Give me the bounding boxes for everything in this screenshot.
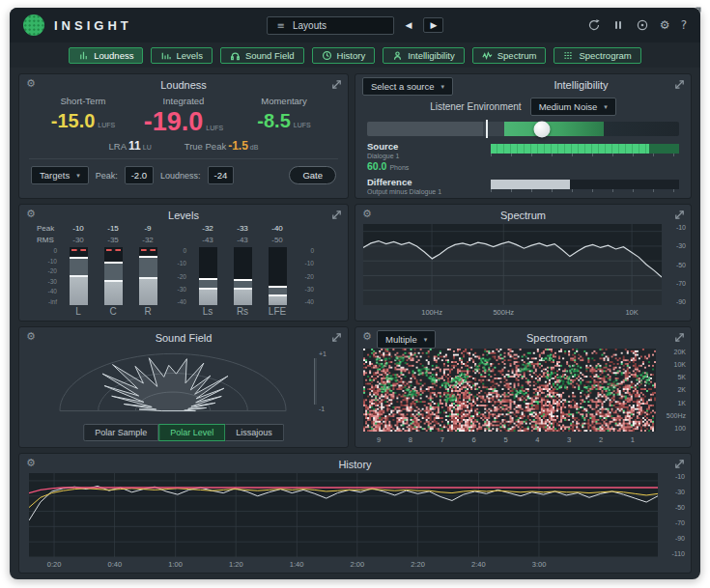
layouts-label: Layouts — [293, 20, 327, 31]
intelligibility-expand-icon[interactable] — [673, 78, 686, 91]
loudness-target-field[interactable]: -24 — [208, 166, 235, 184]
short-term-readout: Short-Term -15.0LUFS — [33, 96, 133, 134]
menu-icon: ≡ — [277, 20, 285, 31]
difference-meter-scale — [491, 189, 679, 192]
dashboard: ⚙ Loudness Short-Term -15.0LUFS Integrat… — [10, 68, 700, 579]
intelligibility-title: Intelligibility — [471, 79, 691, 91]
correlation-meter: +1 -1 — [313, 350, 332, 412]
sound-field-mode-buttons: Polar Sample Polar Level Lissajous — [83, 424, 284, 441]
lissajous-button[interactable]: Lissajous — [225, 424, 284, 441]
source-value: 60.0 — [367, 160, 386, 172]
loudness-controls: Targets▾ Peak: -2.0 Loudness: -24 Gate — [31, 166, 336, 184]
sound-field-title: Sound Field — [19, 332, 348, 344]
spectrum-title: Spectrum — [355, 210, 691, 221]
loudness-expand-icon[interactable] — [330, 78, 343, 91]
speech-person-icon — [392, 50, 403, 61]
layouts-dropdown[interactable]: ≡ Layouts — [267, 16, 394, 35]
history-expand-icon[interactable] — [673, 458, 686, 470]
history-panel: ⚙ History -10-30-50-70-90-110 0:200:401:… — [18, 453, 692, 574]
loudness-meter-icon — [78, 50, 89, 61]
history-x-axis: 0:200:401:001:201:402:002:202:403:00 — [29, 560, 658, 570]
module-tabbar: Loudness Levels Sound Field History Inte… — [10, 42, 700, 68]
level-meter-Ls — [199, 247, 217, 305]
source-select-dropdown[interactable]: Select a source▾ — [362, 77, 453, 96]
app-title: INSIGHT — [54, 18, 132, 33]
loudness-target-label: Loudness: — [160, 171, 201, 181]
levels-panel: ⚙ Levels Peak -10-15-9 -32-33-40 RMS -30… — [18, 204, 349, 322]
polar-level-button[interactable]: Polar Level — [158, 424, 225, 441]
tab-history[interactable]: History — [312, 47, 376, 64]
level-meter-C — [104, 247, 123, 305]
levels-expand-icon[interactable] — [330, 209, 343, 221]
peak-target-field[interactable]: -2.0 — [125, 166, 154, 184]
integrated-value: -19.0 — [144, 107, 204, 136]
level-meter-LFE — [269, 247, 287, 305]
spectrum-plot — [363, 224, 662, 305]
spectrum-y-axis: -10-30-50-70-90 — [667, 224, 686, 305]
listener-environment-dropdown[interactable]: Medium Noise▾ — [530, 98, 616, 116]
chevron-down-icon: ▾ — [76, 172, 80, 180]
source-meter-bar — [491, 144, 679, 154]
help-icon[interactable]: ? — [681, 18, 687, 32]
levels-title: Levels — [19, 210, 348, 221]
headphones-icon — [230, 50, 241, 61]
clock-icon — [322, 50, 332, 61]
spectrum-expand-icon[interactable] — [673, 209, 686, 221]
spectrum-wave-icon — [482, 50, 493, 61]
undo-icon[interactable] — [587, 18, 601, 32]
history-y-axis: -10-30-50-70-90-110 — [662, 473, 685, 557]
chevron-down-icon: ▾ — [440, 83, 444, 91]
momentary-value: -8.5 — [257, 110, 290, 131]
tab-sound-field[interactable]: Sound Field — [220, 47, 304, 64]
source-meter-scale — [491, 154, 679, 156]
tab-spectrogram[interactable]: Spectrogram — [554, 47, 640, 64]
short-term-value: -15.0 — [51, 110, 96, 131]
tab-spectrum[interactable]: Spectrum — [472, 47, 547, 64]
spectrogram-panel: ⚙ Multiple▾ Spectrogram 20K10K5K2K1K500H… — [355, 326, 692, 448]
source-label: Source — [367, 141, 481, 152]
tab-loudness[interactable]: Loudness — [69, 47, 143, 64]
loudness-readouts: Short-Term -15.0LUFS Integrated -19.0LUF… — [19, 96, 348, 134]
layouts-group: ≡ Layouts ◀ ▶ — [267, 16, 444, 35]
listener-environment-label: Listener Environment — [430, 101, 522, 112]
spectrogram-settings-gear-icon[interactable]: ⚙ — [362, 330, 372, 343]
izotope-logo-icon — [23, 14, 44, 36]
level-meter-Rs — [234, 247, 252, 305]
lra-value: 11 — [128, 139, 141, 153]
divider — [29, 158, 338, 159]
pause-icon[interactable] — [611, 18, 625, 32]
sound-field-expand-icon[interactable] — [330, 331, 343, 344]
spectrogram-expand-icon[interactable] — [673, 331, 686, 344]
difference-meter-row: Difference Output minus Dialogue 1 40.0P… — [367, 177, 679, 199]
titlebar-icons: ⚙ ? — [587, 18, 687, 32]
tab-levels[interactable]: Levels — [151, 47, 212, 64]
environment-meter — [367, 122, 679, 136]
loudness-title: Loudness — [19, 79, 348, 91]
true-peak-value: -1.5 — [228, 139, 248, 153]
history-title: History — [19, 459, 691, 470]
peak-target-label: Peak: — [96, 171, 118, 181]
levels-scale-right: 0-10-20-30-40 — [296, 247, 317, 305]
gate-button[interactable]: Gate — [289, 166, 336, 184]
spectrogram-display — [363, 349, 656, 432]
next-layout-button[interactable]: ▶ — [424, 17, 444, 33]
titlebar: INSIGHT ≡ Layouts ◀ ▶ ⚙ ? — [10, 8, 700, 42]
reset-meters-icon[interactable] — [636, 18, 649, 32]
momentary-readout: Momentary -8.5LUFS — [234, 96, 334, 134]
settings-gear-icon[interactable]: ⚙ — [660, 18, 670, 32]
spectrogram-y-axis: 20K10K5K2K1K500Hz100 — [661, 349, 686, 432]
targets-dropdown[interactable]: Targets▾ — [31, 166, 89, 184]
prev-layout-button[interactable]: ◀ — [402, 18, 416, 32]
lra-readout: LRA11LU — [109, 139, 152, 153]
tab-intelligibility[interactable]: Intelligibility — [383, 47, 465, 64]
spectrum-x-axis: 100Hz 500Hz 10K — [363, 308, 662, 318]
sound-field-panel: ⚙ Sound Field +1 -1 Polar Sample Polar L… — [18, 326, 349, 448]
polar-display — [44, 347, 301, 418]
difference-name: Output minus Dialogue 1 — [367, 188, 481, 195]
intelligibility-panel: Select a source▾ Intelligibility Listene… — [355, 73, 692, 199]
levels-scale-mid: 0-10-20-30-40 — [166, 247, 189, 305]
source-name: Dialogue 1 — [367, 153, 481, 159]
environment-knob[interactable] — [533, 121, 550, 137]
polar-sample-button[interactable]: Polar Sample — [83, 424, 158, 441]
spectrogram-title: Spectrogram — [423, 332, 691, 344]
